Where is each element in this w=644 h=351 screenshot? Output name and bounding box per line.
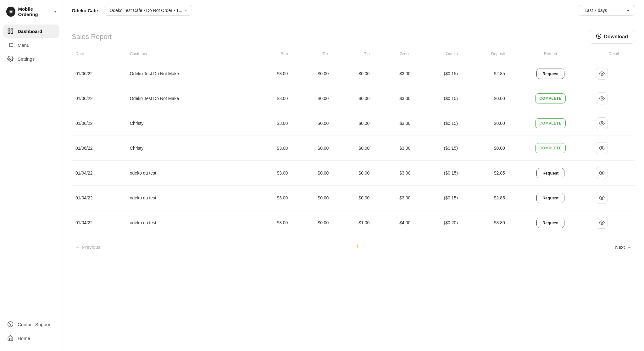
cell-gross: $3.00 (373, 61, 414, 86)
prev-arrow-icon: ← (75, 244, 80, 250)
cell-date: 01/06/22 (72, 86, 126, 111)
sidebar-item-label-home: Home (18, 336, 30, 341)
cell-refund: COMPLETE (509, 136, 592, 161)
sidebar-item-label-dashboard: Dashboard (18, 29, 42, 34)
detail-eye-button[interactable] (596, 167, 608, 179)
cell-odeko: ($0.15) (414, 161, 462, 186)
complete-button[interactable]: COMPLETE (535, 93, 566, 103)
sidebar-bottom: Contact Support Home (0, 318, 63, 345)
detail-eye-button[interactable] (596, 142, 608, 154)
cell-date: 01/04/22 (72, 210, 126, 235)
date-range-value: Last 7 days (585, 8, 607, 13)
sidebar-item-menu[interactable]: Menu (3, 38, 59, 52)
cell-gross: $3.00 (373, 86, 414, 111)
cell-tip: $0.00 (332, 61, 373, 86)
cell-odeko: ($0.15) (414, 61, 462, 86)
cell-customer: Odeko Test Do Not Make (126, 61, 251, 86)
svg-point-23 (601, 222, 603, 224)
next-button[interactable]: Next → (615, 244, 631, 250)
sidebar-item-dashboard[interactable]: Dashboard (3, 25, 59, 38)
cell-gross: $3.00 (373, 111, 414, 136)
cell-sub: $3.00 (251, 61, 291, 86)
cell-customer: odeko qa test (126, 210, 251, 235)
request-button[interactable]: Request (536, 69, 564, 79)
sidebar-item-home[interactable]: Home (3, 332, 59, 345)
sidebar-item-label-settings: Settings (18, 56, 35, 62)
detail-eye-button[interactable] (596, 92, 608, 104)
table-row: 01/04/22 odeko qa test $3.00 $0.00 $1.00… (72, 210, 635, 235)
sidebar-item-contact-support[interactable]: Contact Support (3, 318, 59, 331)
previous-button[interactable]: ← Previous (75, 244, 100, 250)
cell-detail (592, 136, 635, 161)
svg-point-8 (9, 43, 10, 44)
cell-date: 01/06/22 (72, 61, 126, 86)
svg-point-19 (601, 123, 603, 124)
detail-eye-button[interactable] (596, 117, 608, 129)
svg-rect-3 (11, 29, 13, 30)
location-select-value: Odeko Test Cafe - Do Not Order - 1... (109, 8, 182, 13)
home-icon (7, 335, 14, 342)
svg-point-12 (10, 58, 11, 60)
cell-tax: $0.00 (291, 210, 332, 235)
dashboard-icon (7, 28, 14, 35)
cell-sub: $3.00 (251, 161, 291, 186)
cell-tip: $1.00 (332, 210, 373, 235)
cell-tax: $0.00 (291, 86, 332, 111)
location-select[interactable]: Odeko Test Cafe - Do Not Order - 1... ▾ (104, 5, 192, 16)
date-range-chevron-icon: ▾ (627, 8, 629, 13)
cell-date: 01/06/22 (72, 136, 126, 161)
date-range-select[interactable]: Last 7 days ▾ (579, 5, 635, 16)
request-button[interactable]: Request (536, 168, 564, 178)
cell-refund: COMPLETE (509, 86, 592, 111)
cell-customer: Christy (126, 111, 251, 136)
table-row: 01/06/22 Christy $3.00 $0.00 $0.00 $3.00… (72, 111, 635, 136)
cell-tax: $0.00 (291, 186, 332, 210)
sales-table: Date Customer Sub Tax Tip Gross Odeko De… (72, 51, 635, 235)
complete-button[interactable]: COMPLETE (535, 118, 566, 128)
cell-deposit: $2.85 (462, 61, 509, 86)
next-arrow-icon: → (627, 244, 631, 250)
cell-date: 01/06/22 (72, 111, 126, 136)
report-header: Sales Report Download (72, 30, 635, 44)
cell-tax: $0.00 (291, 161, 332, 186)
download-button[interactable]: Download (589, 30, 635, 44)
cell-customer: odeko qa test (126, 161, 251, 186)
svg-rect-4 (11, 31, 13, 33)
download-label: Download (604, 34, 628, 40)
cell-refund: Request (509, 161, 592, 186)
cell-odeko: ($0.15) (414, 86, 462, 111)
detail-eye-button[interactable] (596, 217, 608, 229)
cell-gross: $4.00 (373, 210, 414, 235)
table-row: 01/06/22 Christy $3.00 $0.00 $0.00 $3.00… (72, 136, 635, 161)
request-button[interactable]: Request (536, 193, 564, 203)
cell-tip: $0.00 (332, 111, 373, 136)
app-chevron-icon: ▾ (54, 10, 56, 14)
complete-button[interactable]: COMPLETE (535, 143, 566, 153)
request-button[interactable]: Request (536, 218, 564, 228)
cell-gross: $3.00 (373, 136, 414, 161)
sidebar-item-label-menu: Menu (18, 42, 30, 48)
cell-odeko: ($0.15) (414, 111, 462, 136)
cell-refund: COMPLETE (509, 111, 592, 136)
current-page: 1 (357, 244, 359, 250)
col-date: Date (72, 51, 126, 61)
app-logo[interactable]: Mobile Ordering ▾ (0, 6, 63, 25)
cell-customer: Christy (126, 136, 251, 161)
col-detail: Detail (592, 51, 635, 61)
cell-detail (592, 86, 635, 111)
detail-eye-button[interactable] (596, 192, 608, 204)
col-tip: Tip (332, 51, 373, 61)
sidebar-item-settings[interactable]: Settings (3, 52, 59, 65)
next-label: Next (615, 244, 625, 250)
cell-odeko: ($0.20) (414, 210, 462, 235)
report-title: Sales Report (72, 33, 112, 41)
cell-customer: Odeko Test Do Not Make (126, 86, 251, 111)
table-row: 01/06/22 Odeko Test Do Not Make $3.00 $0… (72, 86, 635, 111)
sales-table-wrap: Date Customer Sub Tax Tip Gross Odeko De… (72, 51, 635, 351)
svg-rect-2 (8, 29, 10, 31)
cell-deposit: $0.00 (462, 111, 509, 136)
detail-eye-button[interactable] (596, 68, 608, 80)
cell-date: 01/04/22 (72, 186, 126, 210)
topbar: Odeko Cafe Odeko Test Cafe - Do Not Orde… (63, 0, 644, 21)
cell-tax: $0.00 (291, 136, 332, 161)
